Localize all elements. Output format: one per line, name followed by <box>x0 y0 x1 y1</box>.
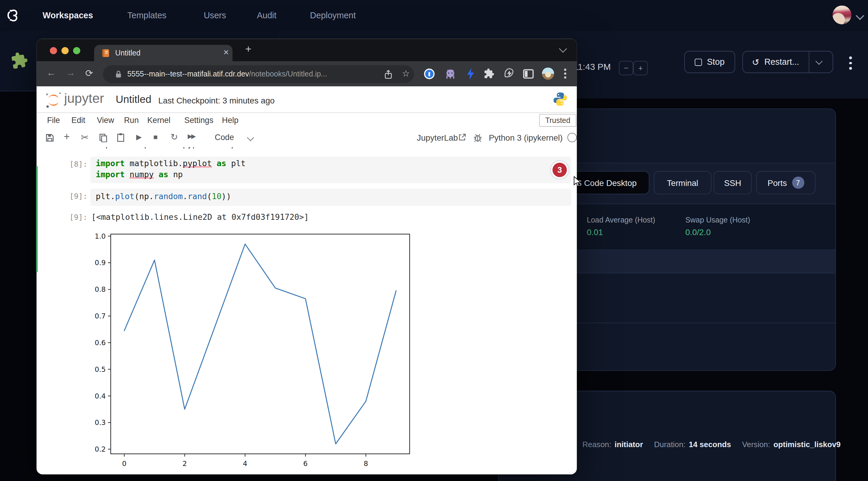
debugger-bug-icon[interactable] <box>473 133 482 142</box>
svg-text:1.0: 1.0 <box>95 232 106 240</box>
window-close-button[interactable] <box>50 47 57 54</box>
zoom-out-button[interactable]: − <box>619 61 633 75</box>
cut-cell-icon[interactable]: ✂ <box>81 132 89 143</box>
browser-tab-untitled[interactable]: Untitled ✕ <box>94 45 232 61</box>
clipped-code-line: import matplotlib.pyplot as plt <box>96 147 483 150</box>
lightning-bolt-extension-icon[interactable] <box>465 67 475 80</box>
kernel-status-icon <box>567 133 577 142</box>
cell-type-chevron-icon[interactable] <box>247 134 254 141</box>
reason-value: initiator <box>615 440 643 449</box>
browser-profile-avatar[interactable] <box>542 67 554 80</box>
new-tab-button[interactable]: + <box>245 43 252 56</box>
stop-label: Stop <box>707 57 725 67</box>
window-minimize-button[interactable] <box>61 47 69 54</box>
menu-view[interactable]: View <box>97 116 114 125</box>
workspace-time: 11:43 PM <box>574 62 611 72</box>
screen: Workspaces Templates Users Audit Deploym… <box>0 0 868 481</box>
restart-run-all-icon[interactable]: ▶▶ <box>188 133 195 140</box>
jupyterlab-link[interactable]: JupyterLab <box>417 133 458 142</box>
back-icon[interactable]: ← <box>46 67 56 78</box>
workspace-kebab-menu[interactable] <box>849 56 851 69</box>
menu-help[interactable]: Help <box>222 116 239 125</box>
cell9-code-line: plt.plot(np.random.rand(10)) <box>96 192 231 201</box>
browser-window: Untitled ✕ + ← → ⟳ 5555--main--test--mat… <box>37 39 577 474</box>
tab-close-icon[interactable]: ✕ <box>223 48 229 57</box>
duration-label: Duration: <box>654 440 686 449</box>
window-maximize-button[interactable] <box>73 47 81 54</box>
avatar-chevron-down-icon[interactable] <box>856 11 864 20</box>
cell-type-select[interactable]: Code <box>215 133 234 142</box>
coder-logo-icon <box>6 8 21 23</box>
menu-run[interactable]: Run <box>124 116 138 125</box>
copy-cell-icon[interactable] <box>99 133 107 142</box>
external-link-icon[interactable] <box>458 133 466 141</box>
nav-item-deployment[interactable]: Deployment <box>310 10 356 21</box>
cell9-input[interactable]: plt.plot(np.random.rand(10)) <box>90 189 571 206</box>
notebook-scroll-area[interactable]: import matplotlib.pyplot as plt [8]: imp… <box>37 147 577 474</box>
forward-icon[interactable]: → <box>66 67 75 78</box>
side-panel-icon[interactable] <box>523 69 534 78</box>
jupyter-book-favicon <box>101 49 111 58</box>
trusted-button[interactable]: Trusted <box>539 114 577 127</box>
energy-saver-leaf-icon[interactable] <box>503 67 515 80</box>
jupyter-app: jupyter Untitled Last Checkpoint: 3 minu… <box>37 86 577 474</box>
stop-button[interactable]: Stop <box>684 51 735 73</box>
nav-item-users[interactable]: Users <box>204 10 226 21</box>
nav-item-workspaces[interactable]: Workspaces <box>42 10 93 21</box>
output9-text: [<matplotlib.lines.Line2D at 0x7fd03f191… <box>91 213 309 222</box>
reason-label: Reason: <box>583 440 611 449</box>
tab-title: Untitled <box>115 49 141 57</box>
version-label: Version: <box>742 440 770 449</box>
browser-kebab-menu-icon[interactable] <box>564 69 566 78</box>
kernel-name[interactable]: Python 3 (ipykernel) <box>489 133 563 142</box>
bookmark-star-icon[interactable]: ☆ <box>402 68 410 78</box>
onepassword-extension-icon[interactable] <box>424 69 435 79</box>
tab-search-chevron-icon[interactable] <box>559 45 567 53</box>
tab-ports[interactable]: Ports 7 <box>756 171 815 194</box>
cell8-input[interactable]: import matplotlib.pyplot as plt import n… <box>90 157 571 183</box>
tab-terminal[interactable]: Terminal <box>654 171 711 194</box>
jupyter-wordmark: jupyter <box>64 91 104 106</box>
run-cell-icon[interactable]: ▶ <box>136 133 142 141</box>
add-cell-icon[interactable]: + <box>64 131 70 143</box>
python-logo-icon <box>553 92 568 107</box>
svg-text:0.9: 0.9 <box>95 259 106 266</box>
github-octocat-extension-icon[interactable] <box>444 68 456 80</box>
checkpoint-status: Last Checkpoint: 3 minutes ago <box>158 96 275 105</box>
cell8-code-line1: import matplotlib.pyplot as plt <box>96 159 246 168</box>
jupyter-cell-toolbar: + ✂ ▶ ■ ↻ ▶▶ Code JupyterLab <box>37 128 577 148</box>
save-icon[interactable] <box>45 133 54 142</box>
app-top-nav: Workspaces Templates Users Audit Deploym… <box>0 0 868 31</box>
split-divider <box>809 52 809 72</box>
build-meta-row: Reason: initiator Duration: 14 seconds V… <box>583 440 841 449</box>
reload-icon[interactable]: ⟳ <box>85 67 93 79</box>
collaborator-count-badge[interactable]: 3 <box>553 163 567 177</box>
svg-text:0.6: 0.6 <box>95 339 106 347</box>
green-accent-bar <box>36 166 38 272</box>
menu-file[interactable]: File <box>47 116 60 125</box>
svg-text:0: 0 <box>122 460 127 468</box>
restart-chevron-down-icon[interactable] <box>815 57 822 64</box>
user-avatar[interactable] <box>833 5 851 24</box>
nav-item-audit[interactable]: Audit <box>257 10 276 21</box>
restart-split-button[interactable]: ↺ Restart... <box>742 51 833 73</box>
swap-usage-label: Swap Usage (Host) <box>685 216 750 224</box>
duration-value: 14 seconds <box>689 440 731 449</box>
restart-label: Restart... <box>764 57 799 67</box>
menu-kernel[interactable]: Kernel <box>147 116 170 125</box>
menu-edit[interactable]: Edit <box>71 116 85 125</box>
svg-text:8: 8 <box>364 460 368 468</box>
zoom-in-button[interactable]: + <box>633 61 648 75</box>
restart-kernel-icon[interactable]: ↻ <box>170 132 178 142</box>
paste-cell-icon[interactable] <box>117 133 124 142</box>
address-bar[interactable]: 5555--main--test--matifali.atif.cdr.dev/… <box>103 65 414 83</box>
share-icon[interactable] <box>384 70 393 79</box>
url-path: /notebooks/Untitled.ip... <box>249 70 327 78</box>
extensions-puzzle-icon[interactable] <box>484 68 495 79</box>
svg-text:0.2: 0.2 <box>95 445 106 453</box>
notebook-title[interactable]: Untitled <box>116 94 152 106</box>
nav-item-templates[interactable]: Templates <box>127 10 166 21</box>
tab-ssh[interactable]: SSH <box>714 171 752 194</box>
interrupt-kernel-icon[interactable]: ■ <box>153 133 158 141</box>
menu-settings[interactable]: Settings <box>184 116 214 125</box>
